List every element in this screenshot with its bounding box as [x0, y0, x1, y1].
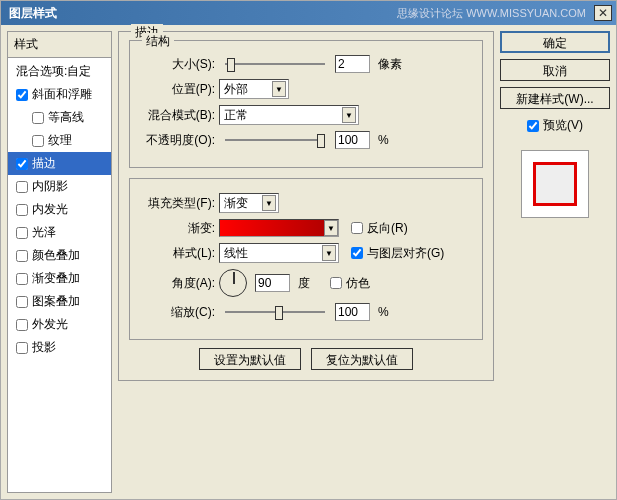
style-item-label: 描边: [32, 155, 56, 172]
dither-checkbox[interactable]: 仿色: [330, 275, 370, 292]
style-checkbox[interactable]: [16, 158, 28, 170]
stroke-settings: 描边 结构 大小(S): 像素 位置(P): 外部 ▼ 混合模式: [118, 31, 494, 493]
ok-button[interactable]: 确定: [500, 31, 610, 53]
style-checkbox[interactable]: [16, 296, 28, 308]
position-label: 位置(P):: [140, 81, 215, 98]
position-value: 外部: [224, 81, 248, 98]
reverse-checkbox[interactable]: 反向(R): [351, 220, 408, 237]
close-button[interactable]: ✕: [594, 5, 612, 21]
chevron-down-icon: ▼: [272, 81, 286, 97]
style-item[interactable]: 描边: [8, 152, 111, 175]
dither-label: 仿色: [346, 275, 370, 292]
new-style-button[interactable]: 新建样式(W)...: [500, 87, 610, 109]
swatch-icon: [533, 162, 577, 206]
style-label: 样式(L):: [140, 245, 215, 262]
style-item[interactable]: 内发光: [8, 198, 111, 221]
blend-mode-value: 正常: [224, 107, 248, 124]
scale-label: 缩放(C):: [140, 304, 215, 321]
chevron-down-icon: ▼: [324, 220, 338, 236]
styles-panel: 样式 混合选项:自定 斜面和浮雕等高线纹理描边内阴影内发光光泽颜色叠加渐变叠加图…: [7, 31, 112, 493]
style-item[interactable]: 纹理: [8, 129, 111, 152]
fill-type-label: 填充类型(F):: [140, 195, 215, 212]
style-item[interactable]: 外发光: [8, 313, 111, 336]
preview-checkbox[interactable]: 预览(V): [527, 117, 583, 134]
blend-mode-dropdown[interactable]: 正常 ▼: [219, 105, 359, 125]
style-checkbox[interactable]: [16, 319, 28, 331]
style-item-label: 渐变叠加: [32, 270, 80, 287]
style-item[interactable]: 渐变叠加: [8, 267, 111, 290]
angle-unit: 度: [298, 275, 310, 292]
cancel-button[interactable]: 取消: [500, 59, 610, 81]
titlebar: 图层样式 思缘设计论坛 WWW.MISSYUAN.COM ✕: [1, 1, 616, 25]
watermark-text: 思缘设计论坛 WWW.MISSYUAN.COM: [397, 6, 586, 21]
style-item-label: 内阴影: [32, 178, 68, 195]
size-input[interactable]: [335, 55, 370, 73]
style-checkbox[interactable]: [32, 112, 44, 124]
size-unit: 像素: [378, 56, 402, 73]
chevron-down-icon: ▼: [322, 245, 336, 261]
style-item[interactable]: 颜色叠加: [8, 244, 111, 267]
style-item[interactable]: 内阴影: [8, 175, 111, 198]
size-label: 大小(S):: [140, 56, 215, 73]
actions-panel: 确定 取消 新建样式(W)... 预览(V): [500, 31, 610, 493]
style-item[interactable]: 等高线: [8, 106, 111, 129]
style-checkbox[interactable]: [16, 227, 28, 239]
style-value: 线性: [224, 245, 248, 262]
gradient-label: 渐变:: [140, 220, 215, 237]
scale-unit: %: [378, 305, 389, 319]
reset-default-button[interactable]: 复位为默认值: [311, 348, 413, 370]
preview-swatch: [521, 150, 589, 218]
opacity-unit: %: [378, 133, 389, 147]
angle-dial[interactable]: [219, 269, 247, 297]
preview-label: 预览(V): [543, 117, 583, 134]
style-item-label: 斜面和浮雕: [32, 86, 92, 103]
style-checkbox[interactable]: [16, 181, 28, 193]
fill-type-dropdown[interactable]: 渐变 ▼: [219, 193, 279, 213]
style-dropdown[interactable]: 线性 ▼: [219, 243, 339, 263]
position-dropdown[interactable]: 外部 ▼: [219, 79, 289, 99]
chevron-down-icon: ▼: [342, 107, 356, 123]
style-item-label: 纹理: [48, 132, 72, 149]
style-item-label: 内发光: [32, 201, 68, 218]
style-item-label: 投影: [32, 339, 56, 356]
style-checkbox[interactable]: [16, 204, 28, 216]
style-checkbox[interactable]: [32, 135, 44, 147]
angle-input[interactable]: [255, 274, 290, 292]
style-item[interactable]: 光泽: [8, 221, 111, 244]
style-checkbox[interactable]: [16, 273, 28, 285]
blend-mode-label: 混合模式(B):: [140, 107, 215, 124]
angle-label: 角度(A):: [140, 275, 215, 292]
scale-input[interactable]: [335, 303, 370, 321]
style-checkbox[interactable]: [16, 89, 28, 101]
structure-title: 结构: [142, 33, 174, 50]
style-item-label: 光泽: [32, 224, 56, 241]
style-item[interactable]: 图案叠加: [8, 290, 111, 313]
gradient-picker[interactable]: ▼: [219, 219, 339, 237]
window-title: 图层样式: [5, 5, 397, 22]
opacity-input[interactable]: [335, 131, 370, 149]
set-default-button[interactable]: 设置为默认值: [199, 348, 301, 370]
align-label: 与图层对齐(G): [367, 245, 444, 262]
style-item[interactable]: 斜面和浮雕: [8, 83, 111, 106]
blend-options-label[interactable]: 混合选项:自定: [8, 60, 111, 83]
opacity-slider[interactable]: [225, 139, 325, 141]
style-item-label: 颜色叠加: [32, 247, 80, 264]
close-icon: ✕: [598, 6, 608, 20]
align-checkbox[interactable]: 与图层对齐(G): [351, 245, 444, 262]
style-item-label: 等高线: [48, 109, 84, 126]
style-item[interactable]: 投影: [8, 336, 111, 359]
style-item-label: 图案叠加: [32, 293, 80, 310]
style-checkbox[interactable]: [16, 250, 28, 262]
reverse-label: 反向(R): [367, 220, 408, 237]
scale-slider[interactable]: [225, 311, 325, 313]
opacity-label: 不透明度(O):: [140, 132, 215, 149]
size-slider[interactable]: [225, 63, 325, 65]
styles-header: 样式: [8, 32, 111, 58]
chevron-down-icon: ▼: [262, 195, 276, 211]
fill-type-value: 渐变: [224, 195, 248, 212]
style-checkbox[interactable]: [16, 342, 28, 354]
style-item-label: 外发光: [32, 316, 68, 333]
